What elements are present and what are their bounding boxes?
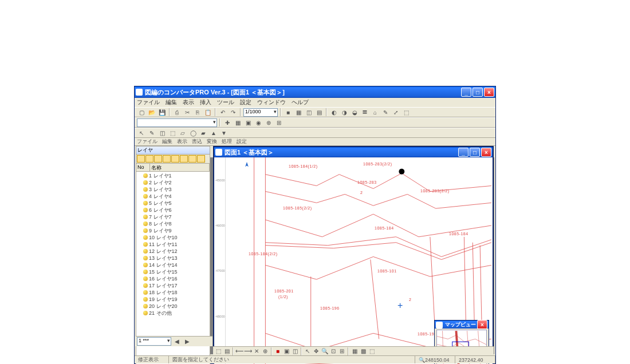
layer-tool-icon[interactable]	[145, 155, 153, 163]
scale-combo[interactable]: 1/1000	[243, 108, 278, 117]
tool-icon[interactable]: ◫	[304, 108, 313, 117]
menu-file[interactable]: ファイル	[137, 98, 160, 106]
doc-tool-icon[interactable]: ▤	[223, 347, 231, 355]
doc-tool-icon[interactable]: ▦	[351, 347, 359, 355]
tool-icon[interactable]: ◉	[254, 118, 263, 127]
layer-item[interactable]: 9 レイヤ9	[143, 227, 210, 234]
layer-item[interactable]: 10 レイヤ10	[143, 234, 210, 241]
doc-tool-icon[interactable]: ■	[274, 347, 282, 355]
visibility-icon[interactable]	[143, 249, 148, 254]
menu-tools[interactable]: ツール	[217, 98, 234, 106]
visibility-icon[interactable]	[143, 180, 148, 185]
child-menu[interactable]: 変換	[207, 138, 217, 145]
doc-tool-icon[interactable]: ▩	[359, 347, 367, 355]
layer-tool-icon[interactable]	[188, 155, 196, 163]
doc-tool-icon[interactable]: ⊕	[261, 347, 269, 355]
layer-tool-icon[interactable]	[171, 155, 179, 163]
new-icon[interactable]: ▢	[137, 108, 146, 117]
visibility-icon[interactable]	[143, 221, 148, 226]
visibility-icon[interactable]	[143, 187, 148, 192]
map-maximize-button[interactable]: □	[470, 148, 480, 157]
layer-combo[interactable]	[137, 118, 217, 127]
visibility-icon[interactable]	[143, 215, 148, 219]
tool-icon[interactable]: ▱	[178, 129, 187, 137]
bottom-combo[interactable]: 1 ***	[137, 337, 171, 346]
menu-edit[interactable]: 編集	[166, 98, 177, 106]
col-no[interactable]: No	[136, 164, 150, 171]
nav-icon[interactable]: ▶	[183, 337, 192, 346]
layer-item[interactable]: 19 レイヤ19	[143, 296, 210, 303]
doc-tool-icon[interactable]: ✥	[312, 347, 320, 355]
layer-item[interactable]: 6 レイヤ6	[143, 207, 210, 213]
tool-icon[interactable]: ✎	[147, 129, 156, 137]
map-canvas[interactable]: 1085-184(1/2)1085-283(2/2)1085-2831085-2…	[226, 157, 491, 364]
tool-icon[interactable]: ◒	[350, 108, 359, 117]
doc-tool-icon[interactable]: ⊞	[338, 347, 346, 355]
tool-icon[interactable]: ⤢	[391, 108, 400, 117]
visibility-icon[interactable]	[143, 263, 148, 267]
layer-list[interactable]: 1 レイヤ12 レイヤ23 レイヤ34 レイヤ45 レイヤ56 レイヤ67 レイ…	[136, 172, 210, 364]
doc-tool-icon[interactable]: ⬚	[214, 347, 222, 355]
child-menu[interactable]: 処理	[222, 138, 232, 145]
tool-icon[interactable]: ✚	[223, 118, 232, 127]
doc-tool-icon[interactable]: ⬚	[368, 347, 376, 355]
child-menu[interactable]: 設定	[237, 138, 247, 145]
undo-icon[interactable]: ↶	[218, 108, 227, 117]
nav-icon[interactable]: ◀	[172, 337, 182, 346]
tool-icon[interactable]: ▰	[199, 129, 208, 137]
copy-icon[interactable]: ⎘	[193, 108, 202, 117]
doc-tool-icon[interactable]: 🔍	[321, 347, 329, 355]
layer-item[interactable]: 18 レイヤ18	[143, 289, 210, 296]
menu-help[interactable]: ヘルプ	[292, 98, 309, 106]
layer-item[interactable]: 16 レイヤ16	[143, 275, 210, 282]
visibility-icon[interactable]	[143, 201, 148, 205]
tool-icon[interactable]: ▣	[243, 118, 253, 127]
layer-item[interactable]: 1 レイヤ1	[143, 172, 210, 179]
layer-item[interactable]: 12 レイヤ12	[143, 248, 210, 255]
map-titlebar[interactable]: 図面1 ＜基本図＞ _ □ ×	[214, 147, 493, 157]
save-icon[interactable]: 💾	[158, 108, 167, 117]
layer-item[interactable]: 21 その他	[143, 310, 210, 316]
child-menu[interactable]: 編集	[162, 138, 172, 145]
doc-tool-icon[interactable]: ◫	[291, 347, 299, 355]
tool-icon[interactable]: ▦	[233, 118, 242, 127]
doc-tool-icon[interactable]: ⊡	[329, 347, 337, 355]
tool-icon[interactable]: 〓	[360, 108, 369, 117]
tool-icon[interactable]: ▤	[314, 108, 324, 117]
visibility-icon[interactable]	[143, 256, 148, 260]
layer-tool-icon[interactable]	[197, 155, 205, 163]
tool-icon[interactable]: ▲	[209, 129, 218, 137]
main-titlebar[interactable]: 図編のコンバータPRO Ver.3 - [図面1 ＜基本図＞] _ □ ×	[135, 86, 495, 98]
doc-tool-icon[interactable]: ▣	[282, 347, 290, 355]
visibility-icon[interactable]	[143, 242, 148, 247]
visibility-icon[interactable]	[143, 283, 148, 288]
child-menu[interactable]: 表示	[177, 138, 187, 145]
map-minimize-button[interactable]: _	[458, 148, 468, 157]
tool-icon[interactable]: ◯	[188, 129, 198, 137]
doc-tool-icon[interactable]: ⟵	[235, 347, 243, 355]
cut-icon[interactable]: ✂	[183, 108, 192, 117]
visibility-icon[interactable]	[143, 173, 148, 178]
visibility-icon[interactable]	[143, 290, 148, 295]
tool-icon[interactable]: ◐	[329, 108, 338, 117]
tool-icon[interactable]: ⌂	[371, 108, 380, 117]
visibility-icon[interactable]	[143, 311, 148, 315]
child-menu[interactable]: 書込	[192, 138, 202, 145]
print-icon[interactable]: ⎙	[172, 108, 182, 117]
layer-item[interactable]: 7 レイヤ7	[143, 213, 210, 220]
layer-tool-icon[interactable]	[137, 155, 145, 163]
layer-tool-icon[interactable]	[180, 155, 188, 163]
tool-icon[interactable]: ▦	[294, 108, 303, 117]
layer-item[interactable]: 4 レイヤ4	[143, 193, 210, 200]
layer-item[interactable]: 15 レイヤ15	[143, 268, 210, 275]
layer-item[interactable]: 2 レイヤ2	[143, 179, 210, 186]
visibility-icon[interactable]	[143, 270, 148, 274]
tool-icon[interactable]: ✎	[381, 108, 390, 117]
child-menu[interactable]: ファイル	[137, 138, 158, 145]
visibility-icon[interactable]	[143, 194, 148, 199]
layer-item[interactable]: 13 レイヤ13	[143, 255, 210, 262]
map-close-button[interactable]: ×	[481, 148, 491, 157]
visibility-icon[interactable]	[143, 276, 148, 281]
visibility-icon[interactable]	[143, 228, 148, 233]
visibility-icon[interactable]	[143, 304, 148, 308]
